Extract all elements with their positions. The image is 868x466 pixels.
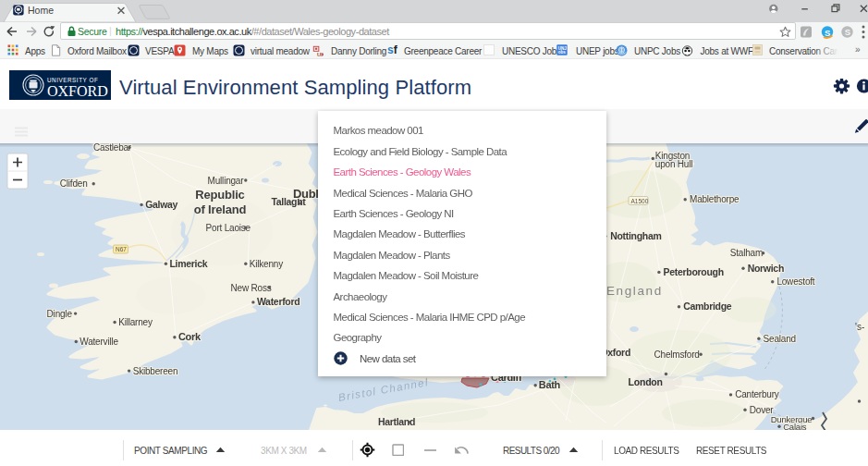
- svg-text:Home: Home: [28, 5, 54, 16]
- svg-text:S: S: [845, 27, 850, 37]
- svg-text:Peterborough: Peterborough: [664, 266, 724, 277]
- svg-text:England: England: [606, 284, 663, 298]
- svg-text:Limerick: Limerick: [170, 258, 208, 269]
- svg-text:UNIVERSITY OF: UNIVERSITY OF: [47, 77, 98, 83]
- svg-text:London: London: [629, 376, 663, 387]
- svg-text:Stalham: Stalham: [730, 248, 763, 258]
- svg-text:Galway: Galway: [145, 199, 177, 210]
- svg-text:Chelmsford: Chelmsford: [654, 350, 700, 360]
- svg-text:Bath: Bath: [539, 379, 561, 390]
- svg-text:UK: UK: [317, 52, 324, 57]
- svg-text:New Ross: New Ross: [231, 283, 272, 293]
- svg-text:Waterville: Waterville: [79, 337, 118, 347]
- svg-text:Mablethorpe: Mablethorpe: [690, 194, 740, 204]
- svg-text:Dingle: Dingle: [47, 309, 73, 319]
- svg-text:Calais: Calais: [783, 422, 807, 430]
- svg-text:Cambridge: Cambridge: [683, 300, 732, 312]
- svg-text:Kilkenny: Kilkenny: [250, 259, 283, 269]
- svg-text:Sealand: Sealand: [764, 334, 796, 344]
- svg-text:Waterford: Waterford: [257, 296, 300, 307]
- svg-text:Cork: Cork: [178, 331, 202, 342]
- svg-text:Mullingar: Mullingar: [208, 176, 245, 186]
- svg-text:Nottingham: Nottingham: [610, 230, 661, 241]
- svg-text:Republic: Republic: [195, 188, 244, 202]
- svg-text:obs: obs: [558, 50, 567, 55]
- svg-text:Killarney: Killarney: [118, 317, 153, 327]
- svg-text:N67: N67: [116, 246, 127, 252]
- svg-text:S: S: [825, 28, 830, 38]
- svg-text:Clifden: Clifden: [60, 178, 88, 189]
- svg-text:Skibbereen: Skibbereen: [133, 366, 178, 376]
- svg-text:Norwich: Norwich: [748, 263, 784, 274]
- svg-text:upon Hull: upon Hull: [655, 159, 692, 169]
- svg-text:A1500: A1500: [631, 198, 649, 204]
- svg-text:'s-: 's-: [855, 322, 864, 332]
- svg-text:Lowestoft: Lowestoft: [776, 276, 814, 287]
- svg-text:Castlebar: Castlebar: [93, 143, 132, 153]
- svg-text:of Ireland: of Ireland: [194, 202, 247, 216]
- svg-text:OXFORD: OXFORD: [47, 83, 108, 99]
- svg-text:Canterbury: Canterbury: [735, 389, 779, 399]
